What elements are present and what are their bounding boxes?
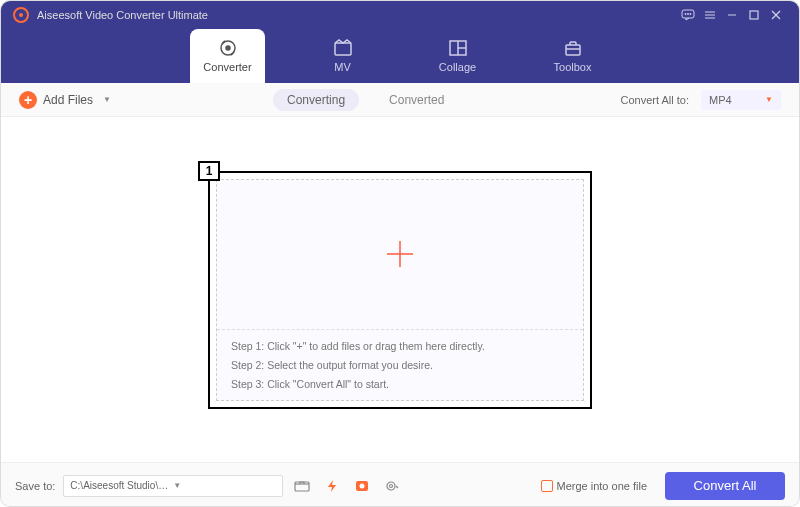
tab-toolbox[interactable]: Toolbox — [535, 29, 610, 83]
main-content: 1 Step 1: Click "+" to add files or drag… — [1, 117, 799, 462]
format-caret-icon: ▼ — [765, 95, 773, 104]
convert-all-to-label: Convert All to: — [621, 94, 689, 106]
svg-rect-15 — [335, 43, 351, 55]
tab-label: Toolbox — [554, 61, 592, 73]
annotation-callout-1: 1 — [198, 161, 220, 181]
format-value: MP4 — [709, 94, 732, 106]
maximize-button[interactable] — [743, 4, 765, 26]
converter-icon — [218, 39, 238, 57]
minimize-button[interactable] — [721, 4, 743, 26]
svg-point-14 — [226, 46, 230, 50]
save-to-path: C:\Aiseesoft Studio\Ais...rter Ultimate\… — [70, 480, 173, 491]
annotation-highlight: Step 1: Click "+" to add files or drag t… — [208, 171, 592, 409]
toolbar: + Add Files ▼ Converting Converted Conve… — [1, 83, 799, 117]
svg-point-1 — [19, 13, 23, 17]
collage-icon — [448, 39, 468, 57]
add-files-plus-icon[interactable]: + — [19, 91, 37, 109]
instruction-steps: Step 1: Click "+" to add files or drag t… — [217, 330, 583, 400]
menu-icon[interactable] — [699, 4, 721, 26]
main-tabbar: Converter MV Collage Toolbox — [1, 29, 799, 83]
svg-point-27 — [390, 484, 393, 487]
svg-point-3 — [685, 13, 686, 14]
gpu-accel-button[interactable] — [321, 475, 343, 497]
svg-point-4 — [687, 13, 688, 14]
status-tabs: Converting Converted — [117, 89, 615, 111]
merge-label: Merge into one file — [557, 480, 648, 492]
high-speed-button[interactable] — [351, 475, 373, 497]
dropzone-add-button[interactable] — [217, 180, 583, 330]
save-to-label: Save to: — [15, 480, 55, 492]
save-to-path-select[interactable]: C:\Aiseesoft Studio\Ais...rter Ultimate\… — [63, 475, 283, 497]
open-folder-button[interactable] — [291, 475, 313, 497]
tab-label: MV — [334, 61, 351, 73]
close-button[interactable] — [765, 4, 787, 26]
path-caret-icon: ▼ — [173, 481, 276, 490]
mv-icon — [333, 39, 353, 57]
feedback-icon[interactable] — [677, 4, 699, 26]
svg-rect-19 — [566, 45, 580, 55]
svg-rect-10 — [750, 11, 758, 19]
tab-label: Collage — [439, 61, 476, 73]
merge-checkbox[interactable]: Merge into one file — [541, 480, 648, 492]
step-3: Step 3: Click "Convert All" to start. — [231, 378, 569, 390]
tab-converted[interactable]: Converted — [375, 89, 458, 111]
dropzone: Step 1: Click "+" to add files or drag t… — [216, 179, 584, 401]
svg-rect-23 — [295, 482, 309, 491]
step-2: Step 2: Select the output format you des… — [231, 359, 569, 371]
svg-point-25 — [360, 483, 365, 488]
settings-button[interactable] — [381, 475, 403, 497]
add-files-label[interactable]: Add Files — [43, 93, 93, 107]
convert-all-button[interactable]: Convert All — [665, 472, 785, 500]
tab-converter[interactable]: Converter — [190, 29, 265, 83]
checkbox-icon — [541, 480, 553, 492]
app-title: Aiseesoft Video Converter Ultimate — [37, 9, 677, 21]
titlebar: Aiseesoft Video Converter Ultimate — [1, 1, 799, 29]
output-format-select[interactable]: MP4 ▼ — [701, 90, 781, 110]
svg-point-26 — [387, 482, 395, 490]
toolbox-icon — [563, 39, 583, 57]
step-1: Step 1: Click "+" to add files or drag t… — [231, 340, 569, 352]
tab-collage[interactable]: Collage — [420, 29, 495, 83]
tab-converting[interactable]: Converting — [273, 89, 359, 111]
bottom-bar: Save to: C:\Aiseesoft Studio\Ais...rter … — [1, 462, 799, 507]
svg-point-5 — [690, 13, 691, 14]
tab-mv[interactable]: MV — [305, 29, 380, 83]
app-logo-icon — [13, 7, 29, 23]
add-files-dropdown-icon[interactable]: ▼ — [103, 95, 111, 104]
tab-label: Converter — [203, 61, 251, 73]
add-plus-icon — [383, 237, 417, 271]
